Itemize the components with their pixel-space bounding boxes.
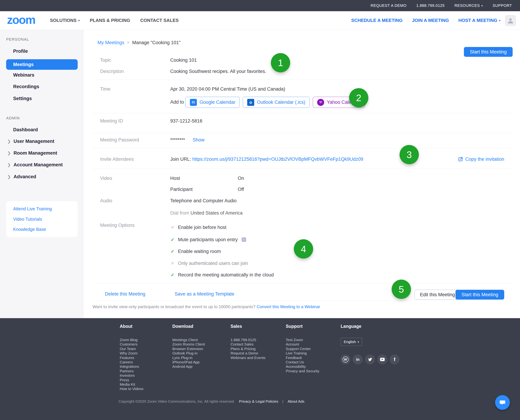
divider bbox=[93, 148, 513, 148]
zoom-logo[interactable]: zoom bbox=[7, 14, 35, 26]
footer-link[interactable]: Partners bbox=[120, 369, 172, 373]
footer-link[interactable]: Investors bbox=[120, 373, 172, 378]
copy-invitation-link[interactable]: Copy the invitation bbox=[458, 156, 504, 162]
nav-solutions[interactable]: SOLUTIONS ▾ bbox=[50, 18, 80, 23]
sidebar-item-account-management[interactable]: ❯ Account Management bbox=[7, 162, 63, 168]
x-icon: ✕ bbox=[170, 225, 175, 230]
footer-link[interactable]: Features bbox=[120, 355, 172, 360]
time-value: Apr 30, 2020 04:00 PM Central Time (US a… bbox=[170, 86, 285, 92]
footer-link[interactable]: How to Videos bbox=[120, 387, 172, 391]
sidebar-item-room-management[interactable]: ❯ Room Management bbox=[7, 150, 57, 156]
footer-link[interactable]: Our Team bbox=[120, 346, 172, 351]
footer-link[interactable]: Outlook Plug-in bbox=[172, 351, 225, 355]
footer-link[interactable]: Android App bbox=[172, 364, 225, 369]
user-avatar[interactable] bbox=[505, 15, 516, 26]
sidebar-section-admin: ADMIN bbox=[6, 116, 20, 120]
footer-link[interactable]: Why Zoom bbox=[120, 351, 172, 355]
google-calendar-icon: 31 bbox=[190, 99, 197, 106]
sidebar-item-dashboard[interactable]: Dashboard bbox=[13, 127, 38, 133]
dial-from-row: Dial from United States of America bbox=[170, 210, 243, 216]
footer-links: Zoom BlogCustomersOur TeamWhy ZoomFeatur… bbox=[120, 338, 172, 391]
knowledge-base-link[interactable]: Knowledge Base bbox=[13, 227, 78, 232]
footer-link[interactable]: Careers bbox=[120, 360, 172, 364]
footer-link[interactable]: 1.888.799.0125 bbox=[231, 338, 283, 342]
footer-link[interactable]: Lync Plug-in bbox=[172, 355, 225, 360]
sidebar-item-meetings[interactable]: Meetings bbox=[6, 59, 78, 70]
about-ads-link[interactable]: About Ads bbox=[287, 399, 304, 404]
wordpress-icon[interactable]: W bbox=[340, 354, 350, 364]
edit-meeting-button[interactable]: Edit this Meeting bbox=[414, 290, 460, 300]
linkedin-icon[interactable]: in bbox=[353, 354, 363, 364]
sidebar-item-label: User Management bbox=[14, 138, 54, 144]
google-calendar-button[interactable]: 31 Google Calendar bbox=[186, 97, 240, 108]
language-select[interactable]: English ▾ bbox=[341, 338, 362, 346]
footer-link[interactable]: Live Training bbox=[286, 351, 338, 355]
footer-link[interactable]: Customers bbox=[120, 342, 172, 346]
footer-link[interactable]: Accessibility bbox=[286, 364, 338, 369]
footer-link[interactable]: Press bbox=[120, 378, 172, 382]
chat-bubble-button[interactable] bbox=[495, 395, 510, 410]
start-meeting-button-bottom[interactable]: Start this Meeting bbox=[455, 290, 504, 300]
video-participant-value: Off bbox=[238, 187, 244, 192]
breadcrumb-my-meetings[interactable]: My Meetings bbox=[98, 40, 124, 45]
join-url-link[interactable]: https://zoom.us/j/93712125816?pwd=OUJtb2… bbox=[192, 157, 363, 162]
attend-live-training-link[interactable]: Attend Live Training bbox=[13, 206, 78, 211]
wordpress-glyph: W bbox=[343, 357, 348, 362]
footer-link[interactable]: Privacy and Security bbox=[286, 369, 338, 373]
footer-link[interactable]: Test Zoom bbox=[286, 338, 338, 342]
footer-link[interactable]: Meetings Client bbox=[172, 338, 225, 342]
facebook-icon[interactable]: f bbox=[390, 354, 399, 364]
join-meeting-link[interactable]: JOIN A MEETING bbox=[412, 18, 449, 23]
resources-menu[interactable]: RESOURCES ▾ bbox=[454, 3, 483, 8]
sidebar-item-user-management[interactable]: ❯ User Management bbox=[7, 138, 54, 144]
sidebar-item-recordings[interactable]: Recordings bbox=[13, 84, 39, 90]
youtube-icon[interactable] bbox=[377, 354, 387, 364]
support-link[interactable]: SUPPORT bbox=[493, 3, 512, 8]
schedule-meeting-link[interactable]: SCHEDULE A MEETING bbox=[351, 18, 403, 23]
footer-link[interactable]: Zoom Blog bbox=[120, 338, 172, 342]
footer-link[interactable]: Contact Sales bbox=[231, 342, 283, 346]
twitter-icon[interactable] bbox=[365, 354, 375, 364]
delete-meeting-link[interactable]: Delete this Meeting bbox=[105, 291, 145, 297]
footer-link[interactable]: Zoom Rooms Client bbox=[172, 342, 225, 346]
sidebar-item-webinars[interactable]: Webinars bbox=[13, 72, 34, 78]
dial-from-country[interactable]: United States of America bbox=[191, 210, 243, 216]
footer-link[interactable]: iPhone/iPad App bbox=[172, 360, 225, 364]
save-template-link[interactable]: Save as a Meeting Template bbox=[175, 291, 234, 297]
nav-plans-pricing[interactable]: PLANS & PRICING bbox=[90, 18, 130, 23]
footer-link[interactable]: Feedback bbox=[286, 355, 338, 360]
meeting-options-label: Meeting Options bbox=[100, 222, 135, 228]
start-meeting-button-top[interactable]: Start this Meeting bbox=[464, 47, 513, 57]
option-label: Enable join before host bbox=[178, 225, 226, 230]
outlook-calendar-label: Outlook Calendar (.ics) bbox=[257, 100, 305, 105]
footer-link[interactable]: Integrations bbox=[120, 364, 172, 369]
video-tutorials-link[interactable]: Video Tutorials bbox=[13, 217, 78, 222]
copyright-text: Copyright ©2020 Zoom Video Communication… bbox=[119, 399, 235, 404]
footer-link[interactable]: Request a Demo bbox=[231, 351, 283, 355]
divider bbox=[93, 113, 513, 113]
chevron-right-icon: ❯ bbox=[7, 138, 11, 144]
convert-to-webinar-link[interactable]: Convert this Meeting to a Webinar bbox=[257, 304, 320, 309]
footer-link[interactable]: Contact Us bbox=[286, 360, 338, 364]
footer-link[interactable]: Browser Extension bbox=[172, 346, 225, 351]
annotation-circle-1: 1 bbox=[271, 53, 290, 72]
footer-link[interactable]: Media Kit bbox=[120, 382, 172, 387]
footer-links: 1.888.799.0125Contact SalesPlans & Prici… bbox=[231, 338, 283, 360]
privacy-legal-link[interactable]: Privacy & Legal Policies bbox=[239, 399, 278, 404]
chevron-down-icon: ▾ bbox=[482, 4, 483, 7]
sidebar-item-advanced[interactable]: ❯ Advanced bbox=[7, 174, 36, 180]
sidebar-item-label: Advanced bbox=[14, 174, 36, 180]
show-password-link[interactable]: Show bbox=[193, 137, 205, 143]
host-meeting-menu[interactable]: HOST A MEETING ▾ bbox=[459, 18, 501, 23]
sidebar-item-profile[interactable]: Profile bbox=[13, 48, 28, 54]
nav-contact-sales[interactable]: CONTACT SALES bbox=[140, 18, 179, 23]
password-masked: ******** bbox=[170, 137, 185, 143]
footer-link[interactable]: Support Center bbox=[286, 346, 338, 351]
footer-link[interactable]: Plans & Pricing bbox=[231, 346, 283, 351]
footer-link[interactable]: Webinars and Events bbox=[231, 355, 283, 360]
outlook-calendar-button[interactable]: o Outlook Calendar (.ics) bbox=[243, 97, 310, 108]
phone-link[interactable]: 1.888.799.0125 bbox=[416, 3, 445, 8]
footer-link[interactable]: Account bbox=[286, 342, 338, 346]
request-demo-link[interactable]: REQUEST A DEMO bbox=[371, 3, 407, 8]
sidebar-item-settings[interactable]: Settings bbox=[13, 96, 32, 101]
